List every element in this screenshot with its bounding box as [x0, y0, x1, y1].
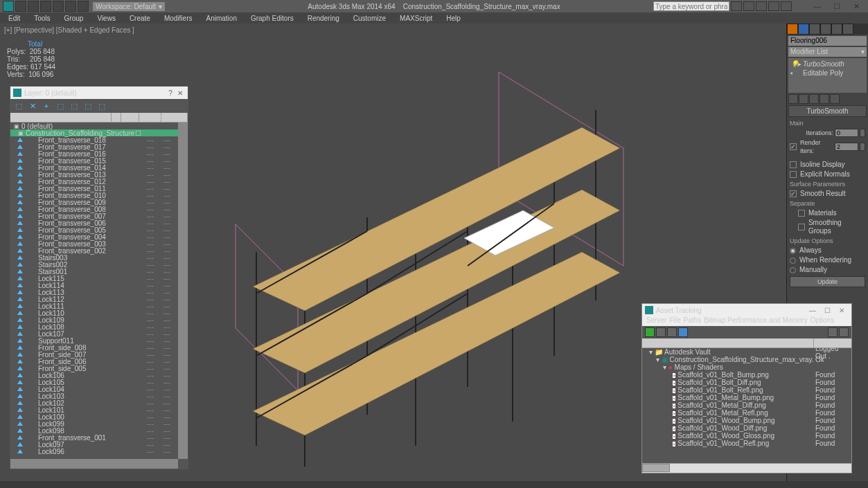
select-highlighted-icon[interactable]: ⬚: [55, 100, 66, 111]
layer-row[interactable]: Lock096------👁: [10, 448, 188, 455]
rollout-title[interactable]: TurboSmooth: [788, 105, 867, 117]
list-view-icon[interactable]: [678, 327, 688, 337]
settings-icon[interactable]: [839, 327, 849, 337]
asset-row[interactable]: ▪ Scaffold_v01_Metal_Refl.pngFound: [642, 409, 851, 417]
show-end-result-icon[interactable]: [799, 94, 808, 104]
close-button[interactable]: ✕: [847, 1, 865, 12]
always-radio[interactable]: [790, 248, 796, 254]
layer-row[interactable]: Lock115------👁: [10, 275, 188, 282]
menu-paths[interactable]: Paths: [684, 316, 702, 326]
menu-file[interactable]: File: [669, 316, 680, 326]
highlight-selected-icon[interactable]: ⬚: [69, 100, 80, 111]
manually-radio[interactable]: [790, 267, 796, 273]
layer-row[interactable]: Front_transverse_013------👁: [10, 171, 188, 178]
layer-row[interactable]: Lock100------👁: [10, 413, 188, 420]
remove-modifier-icon[interactable]: [820, 94, 829, 104]
layer-row[interactable]: Lock105------👁: [10, 379, 188, 386]
asset-row[interactable]: ▪ Scaffold_v01_Bolt_Refl.pngFound: [642, 386, 851, 394]
asset-row[interactable]: ▪ Scaffold_v01_Wood_Bump.pngFound: [642, 417, 851, 424]
dropdown-icon[interactable]: [781, 1, 792, 11]
materials-checkbox[interactable]: [798, 210, 805, 217]
layer-row[interactable]: Front_transverse_001------👁: [10, 434, 188, 441]
layer-row[interactable]: Front_transverse_012------👁: [10, 178, 188, 185]
maximize-button[interactable]: ☐: [828, 1, 846, 12]
modifier-stack[interactable]: 💡▸TurboSmooth ▪Editable Poly: [788, 58, 867, 93]
layer-row[interactable]: Front_transverse_018------👁: [10, 136, 188, 143]
menu-edit[interactable]: Edit: [3, 15, 26, 22]
add-to-layer-icon[interactable]: +: [41, 100, 52, 111]
asset-row[interactable]: ▪ Scaffold_v01_Wood_Gloss.pngFound: [642, 432, 851, 440]
layer-row[interactable]: Front_transverse_015------👁: [10, 157, 188, 164]
new-icon[interactable]: [15, 1, 26, 12]
layer-row[interactable]: Front_side_005------👁: [10, 365, 188, 372]
iterations-spinner[interactable]: 0: [835, 129, 858, 137]
layer-row[interactable]: Lock106------👁: [10, 372, 188, 379]
asset-row[interactable]: ▾ 📁 Autodesk VaultLogged Out .: [642, 348, 851, 356]
render-iters-checkbox[interactable]: [790, 143, 797, 150]
layer-row[interactable]: Front_transverse_006------👁: [10, 219, 188, 226]
menu-options[interactable]: Options: [811, 316, 834, 326]
layer-row[interactable]: Front_transverse_017------👁: [10, 143, 188, 150]
layer-row[interactable]: Lock113------👁: [10, 289, 188, 296]
layer-row[interactable]: Front_transverse_005------👁: [10, 226, 188, 233]
menu-tools[interactable]: Tools: [28, 15, 55, 22]
layer-dialog-titlebar[interactable]: Layer: 0 (default) ? ✕: [10, 87, 188, 99]
layer-row[interactable]: Front_side_007------👁: [10, 351, 188, 358]
smoothing-groups-checkbox[interactable]: [798, 224, 805, 231]
layer-row[interactable]: Lock109------👁: [10, 316, 188, 323]
layer-row[interactable]: Lock104------👁: [10, 386, 188, 392]
layer-row[interactable]: Front_transverse_016------👁: [10, 150, 188, 157]
tab-modify[interactable]: [798, 24, 809, 35]
minimize-icon[interactable]: —: [805, 307, 820, 314]
close-icon[interactable]: ✕: [175, 89, 185, 97]
menu-modifiers[interactable]: Modifiers: [159, 15, 198, 22]
help-icon[interactable]: ?: [166, 89, 175, 97]
modifier-list-dropdown[interactable]: Modifier List▾: [788, 47, 867, 57]
render-iters-spinner[interactable]: 2: [835, 143, 858, 151]
minimize-button[interactable]: —: [808, 1, 826, 12]
menu-group[interactable]: Group: [59, 15, 89, 22]
configure-sets-icon[interactable]: [830, 94, 840, 104]
search-icon[interactable]: [731, 1, 742, 11]
isoline-checkbox[interactable]: [790, 161, 797, 168]
viewport-label[interactable]: [+] [Perspective] [Shaded + Edged Faces …: [4, 26, 134, 34]
layer-row[interactable]: Lock110------👁: [10, 309, 188, 316]
layer-row[interactable]: Lock111------👁: [10, 302, 188, 309]
layer-row[interactable]: Front_transverse_004------👁: [10, 233, 188, 240]
menu-server[interactable]: Server: [646, 316, 666, 326]
make-unique-icon[interactable]: [809, 94, 819, 104]
asset-row[interactable]: ▾ ▣ Construction_Scaffolding_Structure_m…: [642, 356, 851, 363]
layer-row[interactable]: Front_transverse_008------👁: [10, 206, 188, 213]
tab-motion[interactable]: [820, 24, 831, 35]
layer-row[interactable]: Stairs002------👁: [10, 261, 188, 268]
help-icon[interactable]: [743, 1, 754, 11]
layer-row[interactable]: Lock108------👁: [10, 323, 188, 330]
menu-help[interactable]: Help: [441, 15, 466, 22]
new-layer-icon[interactable]: ⬚: [13, 100, 24, 111]
layer-row[interactable]: Lock114------👁: [10, 282, 188, 289]
delete-layer-icon[interactable]: ✕: [27, 100, 38, 111]
undo-icon[interactable]: [53, 1, 64, 12]
search-input[interactable]: [653, 1, 729, 11]
layer-row[interactable]: Front_transverse_014------👁: [10, 164, 188, 171]
layer-row[interactable]: Lock102------👁: [10, 399, 188, 406]
asset-row[interactable]: ▪ Scaffold_v01_Metal_Diff.pngFound: [642, 401, 851, 409]
asset-dialog-titlebar[interactable]: Asset Tracking — ☐ ✕: [642, 304, 851, 316]
layer-row[interactable]: Lock107------👁: [10, 330, 188, 337]
asset-tree[interactable]: ▾ 📁 Autodesk VaultLogged Out . ▾ ▣ Const…: [642, 348, 851, 463]
layer-row[interactable]: ▣0 (default): [10, 123, 188, 129]
layer-row[interactable]: Support011------👁: [10, 337, 188, 344]
vertical-scrollbar[interactable]: [178, 123, 188, 459]
refresh-icon[interactable]: [645, 327, 655, 337]
layer-row[interactable]: Lock112------👁: [10, 296, 188, 302]
layer-row[interactable]: Front_side_006------👁: [10, 358, 188, 365]
asset-row[interactable]: ▪ Scaffold_v01_Metal_Bump.pngFound: [642, 394, 851, 401]
save-icon[interactable]: [40, 1, 51, 12]
tab-hierarchy[interactable]: [809, 24, 820, 35]
menu-maxscript[interactable]: MAXScript: [394, 15, 438, 22]
menu-graph-editors[interactable]: Graph Editors: [245, 15, 299, 22]
layer-row[interactable]: Front_transverse_002------👁: [10, 247, 188, 254]
star-icon[interactable]: [756, 1, 767, 11]
freeze-unfreeze-icon[interactable]: ⬚: [96, 100, 107, 111]
close-icon[interactable]: ✕: [835, 307, 849, 314]
